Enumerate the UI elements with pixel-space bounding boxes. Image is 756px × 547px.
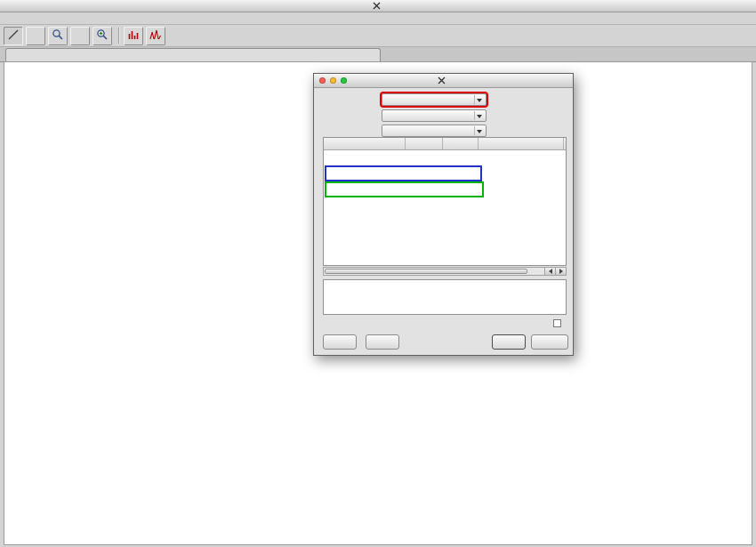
toolbar [0,25,756,47]
peaks-view-button[interactable] [146,27,165,45]
combo-separator [474,111,475,120]
scroll-right-button[interactable] [555,268,566,275]
zoom-in-button[interactable] [92,27,112,45]
minimize-window-icon[interactable] [330,77,336,84]
zoom-window-icon[interactable] [341,77,347,84]
menubar [0,12,756,25]
blue-selection-box [325,165,482,181]
window-controls [319,77,347,84]
combo-separator [474,126,475,135]
parameter-description-box [323,279,567,315]
toppview-window: { "window": { "title": "TOPPView – [peak… [0,0,756,547]
green-group-box [325,181,484,197]
arrow-left-icon [549,269,552,274]
input-argument-row [323,109,487,122]
cancel-button[interactable] [531,334,568,350]
close-window-icon[interactable] [319,77,326,84]
column-header-type[interactable] [443,138,479,149]
red-highlight-box [380,92,488,108]
topp-tool-row [323,93,487,106]
draw-mode-button[interactable] [4,27,23,45]
scrollbar-thumb[interactable] [325,269,527,274]
store-button[interactable] [366,334,399,350]
table-horizontal-scrollbar[interactable] [323,267,567,276]
peaks-icon [149,28,162,44]
arrow-right-icon [559,269,563,274]
tabbar [0,47,756,62]
magnifier-plus-icon [96,28,109,44]
intensity-percentage-button[interactable] [26,27,45,45]
parameter-table-header [324,138,566,150]
window-titlebar[interactable] [0,0,756,12]
scroll-left-button[interactable] [544,268,555,275]
advanced-parameters-row [553,319,565,327]
log-intensity-button[interactable] [70,27,90,45]
magnifier-icon [52,28,64,44]
histogram-icon [127,28,140,44]
topp-tool-select[interactable] [382,93,487,106]
toolbar-separator [118,28,120,44]
parameter-table[interactable] [323,137,567,266]
load-button[interactable] [323,334,357,350]
topp-tools-dialog [313,73,574,356]
output-argument-select[interactable] [382,125,487,137]
input-argument-select[interactable] [382,109,487,122]
show-advanced-checkbox[interactable] [553,319,561,327]
diagonal-line-icon [7,28,20,44]
output-argument-row [323,124,487,137]
column-header-value[interactable] [406,138,443,149]
column-header-restrictions[interactable] [479,138,564,149]
histogram-view-button[interactable] [124,27,143,45]
dialog-titlebar[interactable] [314,74,573,88]
tab-peakpicker-tutorial[interactable] [5,48,381,61]
ok-button[interactable] [492,334,526,350]
app-icon [373,2,381,10]
reset-zoom-button[interactable] [48,27,68,45]
combo-separator [474,95,475,104]
column-header-parameter[interactable] [324,138,406,149]
dialog-icon [438,76,446,84]
